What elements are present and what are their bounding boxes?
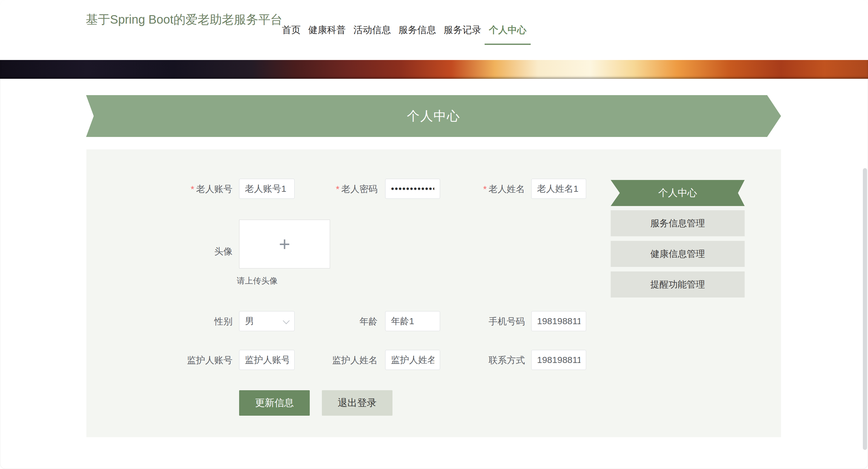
sidebar-item-health-info-management[interactable]: 健康信息管理 [611, 241, 745, 267]
elder-name-label: * 老人姓名 [420, 179, 525, 199]
guardian-name-label: 监护人姓名 [274, 350, 378, 371]
required-marker: * [191, 184, 194, 194]
avatar-upload-hint: 请上传头像 [237, 275, 278, 286]
elder-account-label: * 老人账号 [135, 179, 232, 199]
age-label: 年龄 [274, 311, 378, 332]
elder-name-input[interactable] [531, 179, 586, 199]
guardian-account-label: 监护人账号 [135, 350, 232, 371]
nav-item-home[interactable]: 首页 [282, 24, 301, 36]
plus-icon: + [279, 234, 290, 254]
hero-banner-image [0, 60, 868, 79]
vertical-scrollbar[interactable] [863, 168, 867, 450]
avatar-upload-box[interactable]: + [239, 220, 330, 269]
main-nav: 首页 健康科普 活动信息 服务信息 服务记录 个人中心 [282, 0, 526, 60]
contact-label: 联系方式 [420, 350, 525, 371]
required-marker: * [336, 184, 339, 194]
nav-item-service-info[interactable]: 服务信息 [399, 24, 436, 36]
elder-password-label: * 老人密码 [274, 179, 378, 199]
contact-input[interactable] [531, 350, 586, 370]
required-marker: * [483, 184, 487, 194]
page-title: 个人中心 [407, 107, 460, 125]
site-title: 基于Spring Boot的爱老助老服务平台 [86, 11, 301, 27]
nav-item-service-records[interactable]: 服务记录 [444, 24, 481, 36]
sidebar-item-reminder-management[interactable]: 提醒功能管理 [611, 272, 745, 298]
app-window: 基于Spring Boot的爱老助老服务平台 首页 健康科普 活动信息 服务信息… [0, 0, 868, 469]
nav-item-activity-info[interactable]: 活动信息 [353, 24, 391, 36]
avatar-label: 头像 [135, 241, 232, 262]
gender-label: 性别 [135, 311, 232, 332]
sidebar-item-service-info-management[interactable]: 服务信息管理 [611, 210, 745, 236]
page-title-ribbon: 个人中心 [86, 95, 781, 137]
nav-item-health-science[interactable]: 健康科普 [308, 24, 346, 36]
header: 基于Spring Boot的爱老助老服务平台 首页 健康科普 活动信息 服务信息… [0, 0, 868, 60]
phone-input[interactable] [531, 311, 586, 331]
logout-button[interactable]: 退出登录 [322, 390, 393, 416]
nav-item-personal-center[interactable]: 个人中心 [489, 24, 526, 36]
phone-label: 手机号码 [420, 311, 525, 332]
sidebar-item-personal-center[interactable]: 个人中心 [611, 180, 745, 206]
profile-panel: * 老人账号 * 老人密码 * 老人姓名 头像 + 请上传头像 性别 男 [86, 149, 781, 437]
update-info-button[interactable]: 更新信息 [239, 390, 310, 416]
gender-selected-value: 男 [245, 315, 254, 327]
